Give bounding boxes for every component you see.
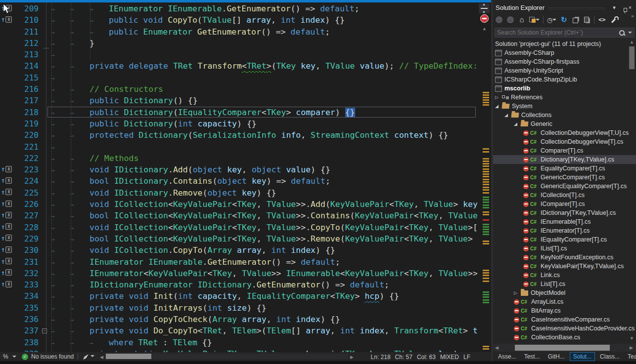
tree-item[interactable]: IEqualityComparer[T].cs xyxy=(493,235,636,244)
hscroll-left-arrow[interactable]: ◀ xyxy=(100,355,103,360)
tree-item[interactable]: Solution 'project-gui' (11 of 11 project… xyxy=(493,40,636,48)
panel-tab-class[interactable]: Class... xyxy=(597,353,623,361)
tree-item[interactable]: ICSharpCode.SharpZipLib xyxy=(493,75,636,84)
expander-expanded-icon[interactable]: ◢ xyxy=(514,121,521,126)
split-editor-handle[interactable]: ▼ xyxy=(479,3,490,13)
forward-button[interactable]: → xyxy=(506,15,514,24)
tree-item[interactable]: Link.cs xyxy=(493,271,636,280)
code-line[interactable]: 212→→} xyxy=(0,38,477,49)
hscroll-thumb[interactable] xyxy=(106,354,151,359)
refresh-button[interactable]: ↻ xyxy=(560,15,568,24)
code-line[interactable]: ↑I231→→IEnumerator IEnumerable.GetEnumer… xyxy=(0,256,477,268)
tree-item[interactable]: EqualityComparer[T].cs xyxy=(493,164,636,173)
scroll-left-arrow[interactable]: ◀ xyxy=(495,345,499,350)
code-line[interactable]: 213→ xyxy=(0,49,477,60)
scroll-up-arrow[interactable]: ▲ xyxy=(482,26,487,31)
code-line[interactable]: ↑I224→→bool IDictionary.Contains(object … xyxy=(0,175,477,187)
close-icon[interactable]: × xyxy=(626,4,634,10)
tree-item[interactable]: IComparer[T].cs xyxy=(493,200,636,208)
code-line[interactable]: 222→→// Methods xyxy=(0,153,477,164)
pen-icon[interactable] xyxy=(83,354,89,360)
tree-item[interactable]: Assembly-UnityScript xyxy=(493,66,636,75)
issues-indicator[interactable]: ✓ No issues found xyxy=(22,353,74,360)
hscroll-right-arrow[interactable]: ▶ xyxy=(350,355,354,360)
code-line[interactable]: 234→→private void Init(int capacity, IEq… xyxy=(0,290,477,302)
explorer-hscrollbar[interactable]: ◀ ▶ xyxy=(493,344,636,352)
editor-scrollbar[interactable]: ▼ ▲ xyxy=(477,2,491,352)
tree-item[interactable]: CollectionBase.cs xyxy=(493,333,636,342)
show-all-files-button[interactable] xyxy=(583,15,591,24)
code-line[interactable]: ↑I228→→void ICollection<KeyValuePair<TKe… xyxy=(0,222,477,233)
tree-item[interactable]: CollectionDebuggerView[T,U].cs xyxy=(493,128,636,137)
panel-tab-test[interactable]: Test... xyxy=(521,353,543,361)
tree-item[interactable]: Assembly-CSharp-firstpass xyxy=(493,57,636,66)
home-button[interactable]: ⌂ xyxy=(518,15,526,24)
pending-changes-filter-button[interactable]: ◷ xyxy=(547,15,556,24)
tree-item[interactable]: ◢Generic xyxy=(493,120,636,128)
panel-tab-asse[interactable]: Asse... xyxy=(495,353,519,361)
properties-button[interactable] xyxy=(609,15,617,24)
scroll-down-arrow[interactable]: ▼ xyxy=(630,336,634,341)
code-line[interactable]: 217→→public Dictionary() {} xyxy=(0,95,477,106)
code-line[interactable]: 238→→→where TRet : TElem {} xyxy=(0,337,477,348)
code-line[interactable]: 214→→private delegate TRet Transform<TRe… xyxy=(0,60,477,72)
code-line[interactable]: 236→→private void CopyToCheck(Array arra… xyxy=(0,314,477,325)
code-line[interactable]: 237−→→private void Do_CopyTo<TRet, TElem… xyxy=(0,325,477,336)
switch-views-button[interactable] xyxy=(529,15,540,24)
hscroll-thumb[interactable] xyxy=(515,345,610,351)
code-line[interactable]: 220→→protected Dictionary(SerializationI… xyxy=(0,129,477,141)
tree-item[interactable]: CollectionDebuggerView[T].cs xyxy=(493,137,636,146)
tree-item[interactable]: IList[T].cs xyxy=(493,244,636,253)
tree-item[interactable]: Comparer[T].cs xyxy=(493,146,636,155)
expander-expanded-icon[interactable]: ◢ xyxy=(495,104,502,109)
expander-collapsed-icon[interactable]: ▷ xyxy=(495,95,502,100)
search-icon[interactable] xyxy=(619,30,625,36)
code-line[interactable]: ↑I227→→bool ICollection<KeyValuePair<TKe… xyxy=(0,210,477,221)
code-lines[interactable]: ↑I209→→→IEnumerator IEnumerable.GetEnume… xyxy=(0,3,477,352)
explorer-vscrollbar[interactable]: ▲ ▼ xyxy=(629,40,635,342)
vscroll-thumb[interactable] xyxy=(629,46,635,69)
scroll-right-arrow[interactable]: ▶ xyxy=(630,345,633,350)
tree-item[interactable]: Assembly-CSharp xyxy=(493,48,636,57)
code-line[interactable]: ↑I226→→void ICollection<KeyValuePair<TKe… xyxy=(0,199,477,210)
code-line[interactable]: ↑I209→→→IEnumerator IEnumerable.GetEnume… xyxy=(0,3,477,14)
zoom-control[interactable]: % xyxy=(3,353,16,360)
window-menu-icon[interactable]: ▾ xyxy=(610,4,618,11)
chevron-down-icon[interactable] xyxy=(91,355,94,359)
panel-tab-gith[interactable]: GitH... xyxy=(545,353,568,361)
code-line[interactable]: ↑I225→→void IDictionary.Remove(object ke… xyxy=(0,187,477,199)
code-line[interactable]: 239→→private static KeyValuePair<TKey, T… xyxy=(0,348,477,352)
tree-item[interactable]: Dictionary[TKey,TValue].cs xyxy=(493,155,636,164)
back-button[interactable]: ← xyxy=(495,15,503,24)
code-line[interactable]: ↑I229→→bool ICollection<KeyValuePair<TKe… xyxy=(0,233,477,244)
tree-item[interactable]: IDictionary[TKey,TValue].cs xyxy=(493,208,636,217)
tree-item[interactable]: ICollection[T].cs xyxy=(493,191,636,200)
tree-item[interactable]: ArrayList.cs xyxy=(493,297,636,306)
tree-item[interactable]: IEnumerable[T].cs xyxy=(493,217,636,226)
code-line[interactable]: ↑I233→→IDictionaryEnumerator IDictionary… xyxy=(0,279,477,290)
code-line[interactable]: ↑I230→→void ICollection.CopyTo(Array arr… xyxy=(0,244,477,256)
tree-item[interactable]: ◢System xyxy=(493,102,636,111)
code-line[interactable]: ↑I210→→→public void CopyTo(TValue[] arra… xyxy=(0,14,477,26)
view-code-button[interactable]: <> xyxy=(598,15,606,24)
panel-tab-tea[interactable]: Tea... xyxy=(625,353,636,361)
tree-item[interactable]: GenericEqualityComparer[T].cs xyxy=(493,182,636,191)
search-box[interactable] xyxy=(495,28,635,38)
tree-item[interactable]: CaseInsensitiveHashCodeProvider.cs xyxy=(493,324,636,333)
code-line[interactable]: 215→ xyxy=(0,72,477,83)
tree-item[interactable]: CaseInsensitiveComparer.cs xyxy=(493,315,636,324)
tree-item[interactable]: KeyNotFoundException.cs xyxy=(493,253,636,262)
expander-collapsed-icon[interactable]: ▷ xyxy=(514,290,521,295)
code-line[interactable]: 218→→public Dictionary(IEqualityComparer… xyxy=(0,107,477,118)
search-input[interactable] xyxy=(497,29,619,36)
expander-expanded-icon[interactable]: ◢ xyxy=(504,113,511,118)
tree-item[interactable]: IEnumerator[T].cs xyxy=(493,226,636,235)
code-line[interactable]: ↑I232→→IEnumerator<KeyValuePair<TKey, TV… xyxy=(0,268,477,279)
tree-item[interactable]: ▷ObjectModel xyxy=(493,288,636,297)
code-editor[interactable]: ↑I209→→→IEnumerator IEnumerable.GetEnume… xyxy=(0,0,491,352)
code-line[interactable]: 211→→→public Enumerator GetEnumerator() … xyxy=(0,26,477,38)
collapse-all-button[interactable] xyxy=(571,15,579,24)
tree-item[interactable]: ◢Collections xyxy=(493,111,636,120)
collapse-region-icon[interactable]: − xyxy=(42,328,47,333)
chevron-down-icon[interactable] xyxy=(628,32,632,36)
